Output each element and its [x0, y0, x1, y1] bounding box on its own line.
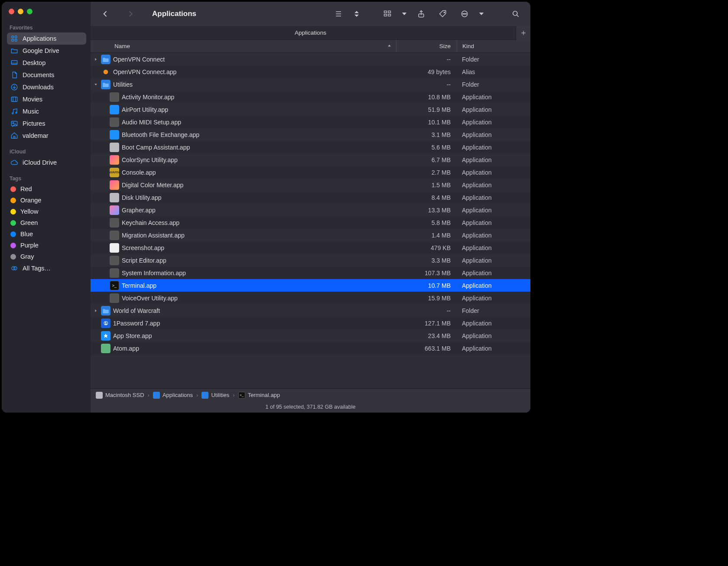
path-segment[interactable]: >_Terminal.app: [238, 392, 280, 399]
file-kind: Folder: [457, 307, 530, 314]
file-kind: Application: [457, 156, 530, 163]
sidebar-item-all-tags-[interactable]: All Tags…: [7, 262, 86, 274]
path-segment[interactable]: Utilities: [202, 392, 229, 399]
file-size: 3.1 MB: [396, 131, 457, 138]
tab-applications[interactable]: Applications: [295, 29, 326, 36]
file-row[interactable]: ColorSync Utility.app6.7 MBApplication: [91, 153, 530, 166]
file-row[interactable]: OpenVPN Connect--Folder: [91, 53, 530, 65]
svg-rect-4: [11, 61, 17, 65]
sidebar-item-gray[interactable]: Gray: [7, 251, 86, 262]
file-row[interactable]: Audio MIDI Setup.app10.1 MBApplication: [91, 116, 530, 128]
sidebar-item-downloads[interactable]: Downloads: [7, 81, 86, 93]
file-name: Keychain Access.app: [122, 219, 396, 226]
sidebar-item-label: Movies: [23, 96, 42, 103]
sidebar-item-desktop[interactable]: Desktop: [7, 57, 86, 69]
sidebar-item-label: Applications: [23, 35, 56, 42]
close-window-button[interactable]: [9, 9, 14, 14]
app-generic-icon: [110, 218, 119, 228]
group-by-button[interactable]: [379, 7, 396, 20]
new-tab-button[interactable]: [516, 26, 530, 40]
sidebar-item-yellow[interactable]: Yellow: [7, 206, 86, 217]
file-row[interactable]: ①1Password 7.app127.1 MBApplication: [91, 317, 530, 329]
sidebar-item-label: iCloud Drive: [23, 159, 57, 166]
file-row[interactable]: WARNConsole.app2.7 MBApplication: [91, 166, 530, 179]
file-row[interactable]: System Information.app107.3 MBApplicatio…: [91, 267, 530, 279]
back-button[interactable]: [97, 7, 114, 20]
path-label: Macintosh SSD: [105, 392, 144, 398]
action-menu-caret[interactable]: [478, 7, 485, 20]
column-header-size[interactable]: Size: [396, 40, 457, 52]
share-button[interactable]: [413, 7, 430, 20]
column-header-kind[interactable]: Kind: [457, 40, 530, 52]
file-row[interactable]: Disk Utility.app8.4 MBApplication: [91, 191, 530, 204]
sidebar-item-applications[interactable]: Applications: [7, 33, 86, 45]
sidebar-item-music[interactable]: Music: [7, 105, 86, 117]
sidebar-section-tags: Tags: [7, 173, 86, 183]
sidebar-item-blue[interactable]: Blue: [7, 228, 86, 240]
action-menu-button[interactable]: [456, 7, 473, 20]
svg-line-36: [517, 15, 519, 17]
cs-icon: [110, 155, 119, 165]
file-row[interactable]: Boot Camp Assistant.app5.6 MBApplication: [91, 141, 530, 153]
sidebar-item-green[interactable]: Green: [7, 217, 86, 228]
sidebar-item-valdemar[interactable]: valdemar: [7, 130, 86, 142]
path-bar[interactable]: Macintosh SSD›Applications›Utilities›>_T…: [91, 388, 530, 401]
file-row[interactable]: Keychain Access.app5.8 MBApplication: [91, 216, 530, 229]
sidebar-item-movies[interactable]: Movies: [7, 93, 86, 105]
ovpn-icon: [101, 67, 110, 77]
path-segment[interactable]: Applications: [153, 392, 193, 399]
tags-button[interactable]: [434, 7, 452, 20]
view-options-caret[interactable]: [352, 7, 361, 20]
file-row[interactable]: >_Terminal.app10.7 MBApplication: [91, 279, 530, 292]
tag-dot-icon: [10, 254, 16, 260]
file-row[interactable]: Bluetooth File Exchange.app3.1 MBApplica…: [91, 128, 530, 141]
file-row[interactable]: AirPort Utility.app51.9 MBApplication: [91, 103, 530, 116]
disclosure-triangle[interactable]: [91, 309, 101, 313]
file-row[interactable]: Script Editor.app3.3 MBApplication: [91, 254, 530, 267]
file-row[interactable]: App Store.app23.4 MBApplication: [91, 329, 530, 342]
file-row[interactable]: Activity Monitor.app10.8 MBApplication: [91, 91, 530, 103]
forward-button[interactable]: [122, 7, 139, 20]
tab-bar: Applications: [91, 26, 530, 40]
path-segment[interactable]: Macintosh SSD: [96, 392, 144, 399]
finder-window: FavoritesApplicationsGoogle DriveDesktop…: [2, 2, 530, 413]
group-by-caret[interactable]: [400, 7, 408, 20]
file-size: 663.1 MB: [396, 345, 457, 352]
file-name: OpenVPN Connect: [113, 56, 396, 63]
search-button[interactable]: [507, 7, 524, 20]
sidebar-item-label: valdemar: [23, 132, 49, 139]
file-size: --: [396, 81, 457, 88]
minimize-window-button[interactable]: [18, 9, 23, 14]
grapher-icon: [110, 205, 119, 215]
file-name: Migration Assistant.app: [122, 232, 396, 239]
file-row[interactable]: Screenshot.app479 KBApplication: [91, 241, 530, 254]
disclosure-triangle[interactable]: [91, 57, 101, 62]
window-controls: [7, 6, 86, 21]
file-row[interactable]: Digital Color Meter.app1.5 MBApplication: [91, 179, 530, 191]
file-row[interactable]: Atom.app663.1 MBApplication: [91, 342, 530, 355]
sidebar-item-purple[interactable]: Purple: [7, 240, 86, 251]
file-name: System Information.app: [122, 270, 396, 276]
zoom-window-button[interactable]: [27, 9, 32, 14]
sidebar-item-pictures[interactable]: Pictures: [7, 117, 86, 130]
file-size: 15.9 MB: [396, 295, 457, 302]
sidebar-item-icloud-drive[interactable]: iCloud Drive: [7, 156, 86, 169]
file-row[interactable]: OpenVPN Connect.app49 bytesAlias: [91, 65, 530, 78]
column-header-name-label: Name: [114, 43, 130, 49]
sidebar-item-documents[interactable]: Documents: [7, 69, 86, 81]
file-row[interactable]: Migration Assistant.app1.4 MBApplication: [91, 229, 530, 241]
file-row[interactable]: World of Warcraft--Folder: [91, 304, 530, 317]
sidebar-item-orange[interactable]: Orange: [7, 195, 86, 206]
tag-dot-icon: [10, 231, 16, 237]
view-list-button[interactable]: [330, 7, 348, 20]
sidebar-item-google-drive[interactable]: Google Drive: [7, 45, 86, 57]
column-header-name[interactable]: Name: [91, 43, 396, 49]
file-row[interactable]: Grapher.app13.3 MBApplication: [91, 204, 530, 216]
file-row[interactable]: VoiceOver Utility.app15.9 MBApplication: [91, 292, 530, 304]
svg-marker-21: [354, 11, 359, 13]
file-row[interactable]: Utilities--Folder: [91, 78, 530, 91]
disclosure-triangle[interactable]: [91, 82, 101, 87]
file-list[interactable]: OpenVPN Connect--FolderOpenVPN Connect.a…: [91, 53, 530, 388]
tag-dot-icon: [10, 220, 16, 226]
sidebar-item-red[interactable]: Red: [7, 183, 86, 195]
